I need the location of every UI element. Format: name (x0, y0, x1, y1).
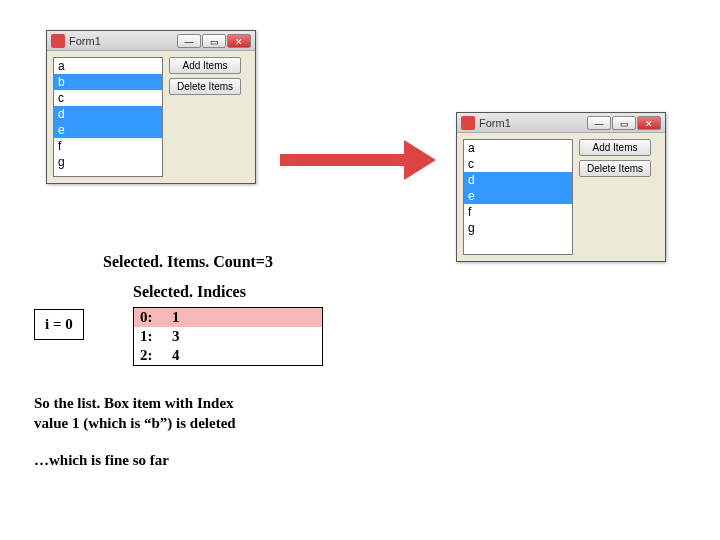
button-column: Add Items Delete Items (169, 57, 241, 177)
selected-indices-header: Selected. Indices (133, 283, 323, 301)
delete-items-button[interactable]: Delete Items (169, 78, 241, 95)
window-buttons: — ▭ ✕ (587, 116, 661, 130)
selected-indices-table: 0:11:32:4 (133, 307, 323, 366)
index-key: 2: (134, 346, 170, 365)
explanation-text-2: …which is fine so far (34, 452, 169, 469)
maximize-button[interactable]: ▭ (202, 34, 226, 48)
list-item[interactable]: d (54, 106, 162, 122)
window-buttons: — ▭ ✕ (177, 34, 251, 48)
add-items-button[interactable]: Add Items (169, 57, 241, 74)
window-body: acdefg Add Items Delete Items (457, 133, 665, 261)
selected-items-count: Selected. Items. Count=3 (103, 253, 273, 271)
list-item[interactable]: a (54, 58, 162, 74)
index-key: 1: (134, 327, 170, 346)
listbox[interactable]: acdefg (463, 139, 573, 255)
minimize-button[interactable]: — (587, 116, 611, 130)
window-title: Form1 (479, 117, 587, 129)
list-item[interactable]: g (54, 154, 162, 170)
add-items-button[interactable]: Add Items (579, 139, 651, 156)
titlebar: Form1 — ▭ ✕ (47, 31, 255, 51)
maximize-button[interactable]: ▭ (612, 116, 636, 130)
list-item[interactable]: b (54, 74, 162, 90)
app-icon (461, 116, 475, 130)
table-row: 2:4 (134, 346, 322, 365)
index-value: 1 (170, 308, 200, 327)
list-item[interactable]: e (464, 188, 572, 204)
list-item[interactable]: c (54, 90, 162, 106)
window-form1-after: Form1 — ▭ ✕ acdefg Add Items Delete Item… (456, 112, 666, 262)
table-row: 0:1 (134, 308, 322, 327)
list-item[interactable]: a (464, 140, 572, 156)
list-item[interactable]: d (464, 172, 572, 188)
selected-indices-block: Selected. Indices 0:11:32:4 (133, 283, 323, 366)
app-icon (51, 34, 65, 48)
list-item[interactable]: g (464, 220, 572, 236)
list-item[interactable]: f (54, 138, 162, 154)
list-item[interactable]: e (54, 122, 162, 138)
close-button[interactable]: ✕ (227, 34, 251, 48)
delete-items-button[interactable]: Delete Items (579, 160, 651, 177)
explanation-line: So the list. Box item with Index (34, 395, 234, 411)
index-value: 3 (170, 327, 200, 346)
table-row: 1:3 (134, 327, 322, 346)
minimize-button[interactable]: — (177, 34, 201, 48)
listbox[interactable]: abcdefg (53, 57, 163, 177)
explanation-text-1: So the list. Box item with Index value 1… (34, 393, 236, 434)
close-button[interactable]: ✕ (637, 116, 661, 130)
window-title: Form1 (69, 35, 177, 47)
list-item[interactable]: f (464, 204, 572, 220)
window-body: abcdefg Add Items Delete Items (47, 51, 255, 183)
index-value: 4 (170, 346, 200, 365)
arrow-icon (280, 140, 440, 180)
button-column: Add Items Delete Items (579, 139, 651, 255)
i-variable: i = 0 (34, 309, 84, 340)
index-key: 0: (134, 308, 170, 327)
explanation-line: value 1 (which is “b”) is deleted (34, 415, 236, 431)
titlebar: Form1 — ▭ ✕ (457, 113, 665, 133)
list-item[interactable]: c (464, 156, 572, 172)
window-form1-before: Form1 — ▭ ✕ abcdefg Add Items Delete Ite… (46, 30, 256, 184)
